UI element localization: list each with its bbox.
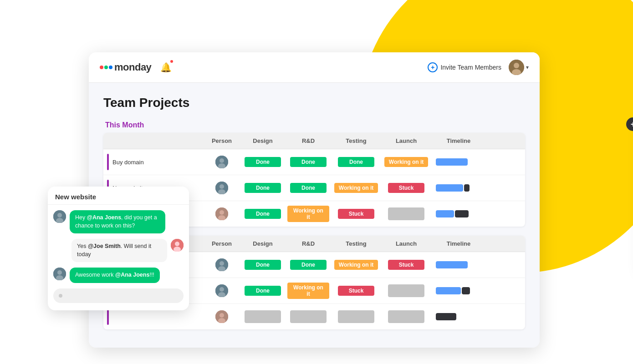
chat-input-dot	[59, 294, 62, 298]
th-person: Person	[204, 133, 240, 149]
status-badge: Stuck	[338, 286, 374, 296]
user-avatar-wrap[interactable]: ▾	[509, 60, 529, 75]
timeline-bar-blue	[436, 184, 463, 192]
status-badge: Working on it	[334, 260, 378, 270]
td-launch	[381, 205, 431, 223]
status-badge: Working on it	[334, 183, 378, 193]
app-header: monday 🔔 + Invite Team Members	[89, 52, 540, 83]
svg-point-13	[220, 261, 224, 266]
status-badge: Done	[290, 157, 327, 167]
avatar	[53, 268, 66, 280]
td-design: Done	[240, 206, 286, 222]
timeline-bar-blue	[436, 287, 461, 294]
chat-bubble: Hey @Ana Joens, did you get a chance to …	[70, 210, 165, 233]
td-avatar	[204, 179, 240, 197]
chat-message: Hey @Ana Joens, did you get a chance to …	[53, 210, 184, 233]
td-design	[240, 308, 286, 326]
timeline-bar-wrap	[436, 158, 481, 166]
timeline-bar-wrap	[436, 184, 481, 192]
svg-point-43	[57, 270, 62, 275]
timeline-bar-wrap	[436, 210, 481, 217]
chat-messages: Hey @Ana Joens, did you get a chance to …	[48, 205, 189, 285]
timeline-bar-dark	[462, 287, 470, 294]
status-badge: Stuck	[388, 183, 424, 193]
status-badge: Working on it	[384, 157, 428, 167]
status-badge: Done	[245, 157, 281, 167]
mention: @Ana Joens	[115, 272, 149, 278]
td-rnd: Working on it	[286, 203, 331, 225]
td-testing: Stuck	[331, 283, 381, 298]
timeline-bar-dark	[436, 313, 456, 320]
th-rnd-2: R&D	[286, 236, 331, 252]
svg-point-16	[220, 287, 224, 292]
avatar-female	[215, 310, 228, 323]
table-row: Buy domain Done Done Done Working on it	[103, 149, 525, 175]
avatar-male	[215, 258, 228, 271]
th-design-2: Design	[240, 236, 286, 252]
svg-point-10	[220, 210, 224, 215]
svg-point-37	[57, 213, 62, 217]
td-design: Done	[240, 154, 286, 170]
td-launch	[381, 308, 431, 326]
th-testing-2: Testing	[331, 236, 381, 252]
td-testing: Working on it	[331, 257, 381, 273]
svg-point-19	[220, 313, 224, 318]
td-launch	[381, 282, 431, 300]
chat-input-bar[interactable]	[53, 288, 184, 303]
avatar-female	[215, 207, 228, 220]
row-label: Buy domain	[112, 159, 144, 166]
svg-point-1	[514, 63, 519, 68]
row-left: Buy domain	[103, 149, 204, 175]
status-badge: Done	[245, 183, 281, 193]
section-label-this-month: This Month	[103, 121, 525, 129]
td-design: Done	[240, 283, 286, 298]
chat-message: Yes @Joe Smith. Will send it today	[53, 239, 184, 262]
status-badge: Done	[338, 157, 374, 167]
td-testing: Working on it	[331, 180, 381, 196]
td-timeline	[431, 156, 486, 168]
chevron-down-icon: ▾	[526, 64, 529, 71]
td-timeline	[431, 258, 486, 271]
th-launch-2: Launch	[381, 236, 431, 252]
td-avatar	[204, 153, 240, 171]
empty-cell	[338, 310, 374, 323]
chat-panel: New website Hey @Ana Joens, did you get …	[48, 187, 189, 310]
timeline-bar-wrap	[436, 287, 481, 294]
avatar-male	[215, 182, 228, 194]
bell-notification[interactable]: 🔔	[158, 60, 173, 75]
left-indicator	[107, 308, 109, 325]
chat-bubble: Awesome work @Ana Joens!!!	[70, 268, 160, 283]
left-indicator	[107, 154, 109, 170]
status-badge: Working on it	[287, 206, 329, 222]
status-badge: Done	[290, 183, 327, 193]
notification-badge	[169, 59, 174, 64]
mention: @Ana Joens	[87, 214, 121, 221]
status-badge: Done	[245, 260, 281, 270]
td-rnd: Done	[286, 180, 331, 196]
status-badge: Done	[245, 209, 281, 219]
td-launch: Working on it	[381, 154, 431, 170]
timeline-bar-blue	[436, 158, 468, 166]
td-timeline	[431, 182, 486, 194]
th-testing: Testing	[331, 133, 381, 149]
avatar	[509, 60, 524, 75]
invite-team-button[interactable]: + Invite Team Members	[428, 62, 501, 72]
monday-logo: monday	[100, 61, 151, 73]
td-avatar	[204, 256, 240, 274]
td-testing	[331, 308, 381, 326]
td-avatar	[204, 205, 240, 223]
empty-cell	[245, 310, 281, 323]
logo-dots	[100, 66, 112, 69]
td-timeline	[431, 310, 486, 323]
td-avatar	[204, 282, 240, 300]
td-timeline	[431, 207, 486, 220]
empty-cell	[388, 207, 424, 220]
td-rnd	[286, 308, 331, 326]
td-testing: Done	[331, 154, 381, 170]
th-rnd: R&D	[286, 133, 331, 149]
chat-header: New website	[48, 187, 189, 205]
status-badge: Done	[290, 260, 327, 270]
logo-dot-blue	[109, 66, 112, 69]
th-person-2: Person	[204, 236, 240, 252]
th-timeline: Timeline	[431, 133, 486, 149]
